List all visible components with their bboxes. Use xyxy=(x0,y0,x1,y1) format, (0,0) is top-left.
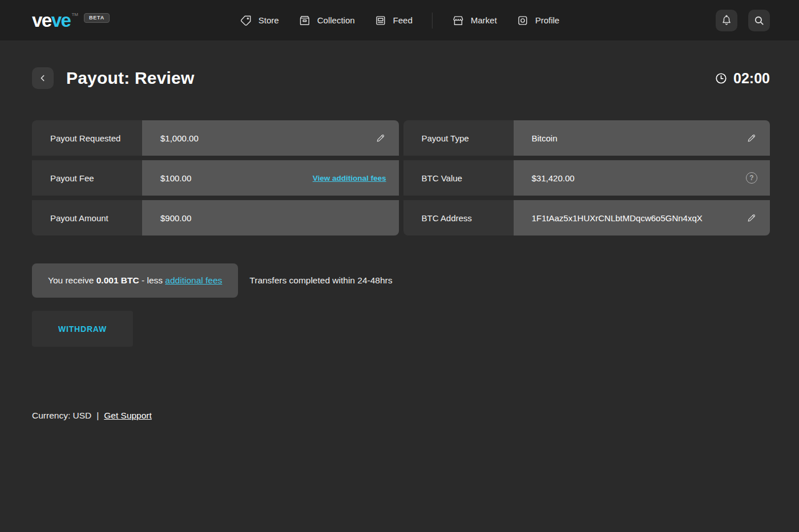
beta-badge: BETA xyxy=(84,13,110,23)
pencil-icon xyxy=(746,132,757,144)
row-label: Payout Fee xyxy=(32,160,142,196)
receive-summary-row: You receive 0.001 BTC - less additional … xyxy=(32,263,770,298)
nav-item-store[interactable]: Store xyxy=(240,14,279,27)
nav-label-market: Market xyxy=(471,15,497,25)
newspaper-icon xyxy=(374,14,387,27)
table-row: Payout Amount $900.00 xyxy=(32,200,399,235)
nav-label-feed: Feed xyxy=(393,15,413,25)
pencil-icon xyxy=(746,212,757,224)
trademark-label: TM xyxy=(71,12,78,17)
nav-item-market[interactable]: Market xyxy=(452,14,497,27)
table-row: BTC Address 1F1tAaz5x1HUXrCNLbtMDqcw6o5G… xyxy=(403,200,770,235)
back-button[interactable] xyxy=(32,67,54,89)
bell-icon xyxy=(720,14,733,27)
row-value-cell: $1,000.00 xyxy=(142,120,399,156)
nav-item-profile[interactable]: Profile xyxy=(516,14,560,27)
page-footer: Currency: USD | Get Support xyxy=(32,411,799,421)
nav-label-profile: Profile xyxy=(535,15,560,25)
row-label: BTC Value xyxy=(403,160,514,196)
footer-divider: | xyxy=(96,411,99,421)
row-value-cell: 1F1tAaz5x1HUXrCNLbtMDqcw6o5GNn4xqX xyxy=(514,200,770,235)
page-header: Payout: Review 02:00 xyxy=(32,67,770,89)
clock-icon xyxy=(715,72,728,85)
row-value: Bitcoin xyxy=(532,133,746,143)
withdraw-button[interactable]: WITHDRAW xyxy=(32,311,133,347)
question-circle-icon: ? xyxy=(746,172,757,184)
receive-amount: 0.001 BTC xyxy=(96,275,139,286)
countdown-timer: 02:00 xyxy=(715,70,770,87)
table-right-half: Payout Type Bitcoin BTC Value $31,420.00 xyxy=(403,120,770,235)
table-row: BTC Value $31,420.00 ? xyxy=(403,160,770,196)
search-button[interactable] xyxy=(748,10,770,31)
chevron-left-icon xyxy=(38,74,47,83)
row-value-cell: $31,420.00 ? xyxy=(514,160,770,196)
veve-logo[interactable]: ve ve TM BETA xyxy=(32,11,110,30)
notifications-button[interactable] xyxy=(716,10,737,31)
main-nav: Store Collection Feed xyxy=(240,13,559,29)
row-value: $900.00 xyxy=(160,213,386,223)
row-label: Payout Type xyxy=(403,120,514,156)
additional-fees-link[interactable]: additional fees xyxy=(165,275,222,286)
row-value: 1F1tAaz5x1HUXrCNLbtMDqcw6o5GNn4xqX xyxy=(532,213,746,223)
row-value: $100.00 xyxy=(160,173,313,183)
get-support-link[interactable]: Get Support xyxy=(104,411,152,421)
search-icon xyxy=(753,14,765,27)
row-label: BTC Address xyxy=(403,200,514,235)
nav-divider xyxy=(432,13,433,29)
nav-label-store: Store xyxy=(259,15,279,25)
row-value: $31,420.00 xyxy=(532,173,746,183)
table-row: Payout Requested $1,000.00 xyxy=(32,120,399,156)
archive-box-icon xyxy=(298,14,311,27)
edit-btc-address-button[interactable] xyxy=(746,212,757,224)
row-value-cell: $100.00 View additional fees xyxy=(142,160,399,196)
table-row: Payout Fee $100.00 View additional fees xyxy=(32,160,399,196)
price-tag-icon xyxy=(240,14,252,27)
row-value-cell: Bitcoin xyxy=(514,120,770,156)
storefront-icon xyxy=(452,14,465,27)
nav-actions xyxy=(716,10,770,31)
table-row: Payout Type Bitcoin xyxy=(403,120,770,156)
row-label: Payout Requested xyxy=(32,120,142,156)
row-value: $1,000.00 xyxy=(160,133,375,143)
receive-less: - less xyxy=(139,275,166,286)
logo-part-cyan: ve xyxy=(51,11,71,30)
pencil-icon xyxy=(375,132,386,144)
nav-label-collection: Collection xyxy=(317,15,355,25)
timer-value: 02:00 xyxy=(733,70,770,87)
table-left-half: Payout Requested $1,000.00 Payout Fee $1… xyxy=(32,120,399,235)
badge-circle-icon xyxy=(516,14,529,27)
receive-prefix: You receive xyxy=(48,275,96,286)
btc-value-help-button[interactable]: ? xyxy=(746,172,757,184)
nav-item-collection[interactable]: Collection xyxy=(298,14,355,27)
page-title: Payout: Review xyxy=(66,68,195,88)
transfer-note: Transfers completed within 24-48hrs xyxy=(249,275,392,286)
edit-payout-requested-button[interactable] xyxy=(375,132,386,144)
edit-payout-type-button[interactable] xyxy=(746,132,757,144)
nav-item-feed[interactable]: Feed xyxy=(374,14,413,27)
payout-review-table: Payout Requested $1,000.00 Payout Fee $1… xyxy=(32,120,770,235)
row-value-cell: $900.00 xyxy=(142,200,399,235)
logo-part-white: ve xyxy=(32,11,51,30)
view-additional-fees-link[interactable]: View additional fees xyxy=(313,174,386,182)
row-label: Payout Amount xyxy=(32,200,142,235)
veve-logo-text: ve ve xyxy=(32,11,70,30)
receive-summary-box: You receive 0.001 BTC - less additional … xyxy=(32,263,238,298)
currency-label: Currency: USD xyxy=(32,411,91,421)
top-navbar: ve ve TM BETA Store Collecti xyxy=(0,0,799,40)
